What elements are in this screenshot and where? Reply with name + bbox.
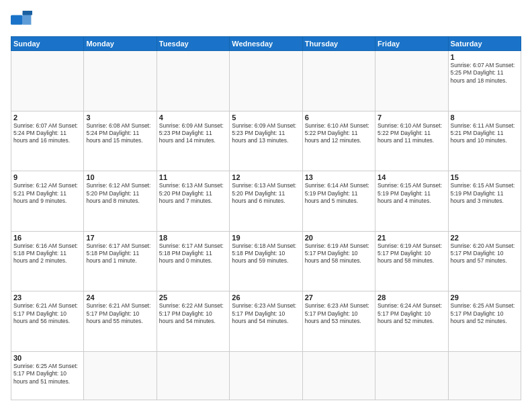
date-number: 17 — [86, 234, 154, 242]
cell-daylight-info: Sunrise: 6:20 AM Sunset: 5:17 PM Dayligh… — [451, 242, 519, 265]
calendar-cell — [230, 51, 302, 111]
calendar-cell: 28Sunrise: 6:24 AM Sunset: 5:17 PM Dayli… — [375, 291, 448, 352]
date-number: 5 — [232, 113, 300, 122]
calendar-cell: 30Sunrise: 6:25 AM Sunset: 5:17 PM Dayli… — [11, 351, 84, 400]
cell-daylight-info: Sunrise: 6:19 AM Sunset: 5:17 PM Dayligh… — [378, 242, 445, 265]
calendar-cell: 14Sunrise: 6:15 AM Sunset: 5:19 PM Dayli… — [375, 171, 448, 232]
date-number: 10 — [86, 173, 154, 181]
calendar-cell: 1Sunrise: 6:07 AM Sunset: 5:25 PM Daylig… — [448, 51, 521, 111]
date-number: 30 — [13, 354, 81, 362]
calendar-cell: 24Sunrise: 6:21 AM Sunset: 5:17 PM Dayli… — [84, 291, 157, 352]
date-number: 7 — [378, 113, 445, 122]
date-number: 14 — [378, 173, 445, 181]
date-number: 15 — [451, 173, 519, 181]
cell-daylight-info: Sunrise: 6:09 AM Sunset: 5:23 PM Dayligh… — [232, 122, 300, 145]
calendar-cell: 2Sunrise: 6:07 AM Sunset: 5:24 PM Daylig… — [11, 111, 84, 171]
calendar-cell — [157, 351, 229, 400]
cell-daylight-info: Sunrise: 6:08 AM Sunset: 5:24 PM Dayligh… — [86, 122, 154, 145]
cell-daylight-info: Sunrise: 6:12 AM Sunset: 5:20 PM Dayligh… — [86, 182, 154, 205]
date-number: 29 — [451, 293, 519, 302]
cell-daylight-info: Sunrise: 6:21 AM Sunset: 5:17 PM Dayligh… — [13, 302, 81, 325]
date-number: 20 — [305, 234, 373, 242]
calendar-cell: 27Sunrise: 6:23 AM Sunset: 5:17 PM Dayli… — [302, 291, 375, 352]
calendar-cell: 13Sunrise: 6:14 AM Sunset: 5:19 PM Dayli… — [302, 171, 375, 232]
date-number: 8 — [451, 113, 519, 122]
date-number: 24 — [86, 293, 154, 302]
cell-daylight-info: Sunrise: 6:13 AM Sunset: 5:20 PM Dayligh… — [159, 182, 227, 205]
calendar-cell — [84, 51, 157, 111]
cell-daylight-info: Sunrise: 6:17 AM Sunset: 5:18 PM Dayligh… — [86, 242, 154, 265]
col-wednesday: Wednesday — [230, 37, 302, 51]
col-thursday: Thursday — [302, 37, 375, 51]
cell-daylight-info: Sunrise: 6:12 AM Sunset: 5:21 PM Dayligh… — [13, 182, 81, 205]
calendar-cell: 10Sunrise: 6:12 AM Sunset: 5:20 PM Dayli… — [84, 171, 157, 232]
calendar-cell: 17Sunrise: 6:17 AM Sunset: 5:18 PM Dayli… — [84, 231, 157, 291]
calendar-cell: 7Sunrise: 6:10 AM Sunset: 5:22 PM Daylig… — [375, 111, 448, 171]
calendar-cell — [11, 51, 84, 111]
calendar-cell: 25Sunrise: 6:22 AM Sunset: 5:17 PM Dayli… — [157, 291, 229, 352]
col-friday: Friday — [375, 37, 448, 51]
calendar-table: Sunday Monday Tuesday Wednesday Thursday… — [11, 36, 521, 400]
col-monday: Monday — [84, 37, 157, 51]
date-number: 26 — [232, 293, 300, 302]
date-number: 13 — [305, 173, 373, 181]
calendar-cell: 16Sunrise: 6:16 AM Sunset: 5:18 PM Dayli… — [11, 231, 84, 291]
calendar-cell: 26Sunrise: 6:23 AM Sunset: 5:17 PM Dayli… — [230, 291, 302, 352]
calendar-cell — [448, 351, 521, 400]
cell-daylight-info: Sunrise: 6:14 AM Sunset: 5:19 PM Dayligh… — [305, 182, 373, 205]
calendar-cell — [230, 351, 302, 400]
col-sunday: Sunday — [11, 37, 84, 51]
date-number: 11 — [159, 173, 227, 181]
header — [11, 11, 521, 30]
date-number: 16 — [13, 234, 81, 242]
calendar-cell: 29Sunrise: 6:25 AM Sunset: 5:17 PM Dayli… — [448, 291, 521, 352]
date-number: 27 — [305, 293, 373, 302]
cell-daylight-info: Sunrise: 6:15 AM Sunset: 5:19 PM Dayligh… — [378, 182, 445, 205]
calendar-cell: 6Sunrise: 6:10 AM Sunset: 5:22 PM Daylig… — [302, 111, 375, 171]
cell-daylight-info: Sunrise: 6:17 AM Sunset: 5:18 PM Dayligh… — [159, 242, 227, 265]
calendar-header-row: Sunday Monday Tuesday Wednesday Thursday… — [11, 37, 521, 51]
cell-daylight-info: Sunrise: 6:23 AM Sunset: 5:17 PM Dayligh… — [232, 302, 300, 325]
col-tuesday: Tuesday — [157, 37, 229, 51]
date-number: 19 — [232, 234, 300, 242]
date-number: 12 — [232, 173, 300, 181]
logo — [11, 11, 35, 30]
cell-daylight-info: Sunrise: 6:09 AM Sunset: 5:23 PM Dayligh… — [159, 122, 227, 145]
date-number: 25 — [159, 293, 227, 302]
cell-daylight-info: Sunrise: 6:21 AM Sunset: 5:17 PM Dayligh… — [86, 302, 154, 325]
cell-daylight-info: Sunrise: 6:13 AM Sunset: 5:20 PM Dayligh… — [232, 182, 300, 205]
date-number: 6 — [305, 113, 373, 122]
calendar-cell: 12Sunrise: 6:13 AM Sunset: 5:20 PM Dayli… — [230, 171, 302, 232]
svg-rect-0 — [11, 15, 23, 24]
date-number: 4 — [159, 113, 227, 122]
cell-daylight-info: Sunrise: 6:07 AM Sunset: 5:24 PM Dayligh… — [13, 122, 81, 145]
calendar-cell: 8Sunrise: 6:11 AM Sunset: 5:21 PM Daylig… — [448, 111, 521, 171]
calendar-cell — [84, 351, 157, 400]
calendar-cell: 5Sunrise: 6:09 AM Sunset: 5:23 PM Daylig… — [230, 111, 302, 171]
cell-daylight-info: Sunrise: 6:18 AM Sunset: 5:18 PM Dayligh… — [232, 242, 300, 265]
cell-daylight-info: Sunrise: 6:19 AM Sunset: 5:17 PM Dayligh… — [305, 242, 373, 265]
date-number: 22 — [451, 234, 519, 242]
cell-daylight-info: Sunrise: 6:10 AM Sunset: 5:22 PM Dayligh… — [378, 122, 445, 145]
cell-daylight-info: Sunrise: 6:07 AM Sunset: 5:25 PM Dayligh… — [451, 62, 519, 85]
calendar-cell — [375, 351, 448, 400]
cell-daylight-info: Sunrise: 6:15 AM Sunset: 5:19 PM Dayligh… — [451, 182, 519, 205]
date-number: 9 — [13, 173, 81, 181]
date-number: 3 — [86, 113, 154, 122]
calendar-cell: 21Sunrise: 6:19 AM Sunset: 5:17 PM Dayli… — [375, 231, 448, 291]
cell-daylight-info: Sunrise: 6:24 AM Sunset: 5:17 PM Dayligh… — [378, 302, 445, 325]
date-number: 2 — [13, 113, 81, 122]
cell-daylight-info: Sunrise: 6:25 AM Sunset: 5:17 PM Dayligh… — [451, 302, 519, 325]
calendar-cell: 22Sunrise: 6:20 AM Sunset: 5:17 PM Dayli… — [448, 231, 521, 291]
svg-marker-2 — [23, 11, 32, 15]
date-number: 18 — [159, 234, 227, 242]
date-number: 23 — [13, 293, 81, 302]
cell-daylight-info: Sunrise: 6:16 AM Sunset: 5:18 PM Dayligh… — [13, 242, 81, 265]
date-number: 21 — [378, 234, 445, 242]
calendar-cell: 23Sunrise: 6:21 AM Sunset: 5:17 PM Dayli… — [11, 291, 84, 352]
calendar-cell — [157, 51, 229, 111]
cell-daylight-info: Sunrise: 6:10 AM Sunset: 5:22 PM Dayligh… — [305, 122, 373, 145]
calendar-cell — [302, 51, 375, 111]
col-saturday: Saturday — [448, 37, 521, 51]
cell-daylight-info: Sunrise: 6:22 AM Sunset: 5:17 PM Dayligh… — [159, 302, 227, 325]
